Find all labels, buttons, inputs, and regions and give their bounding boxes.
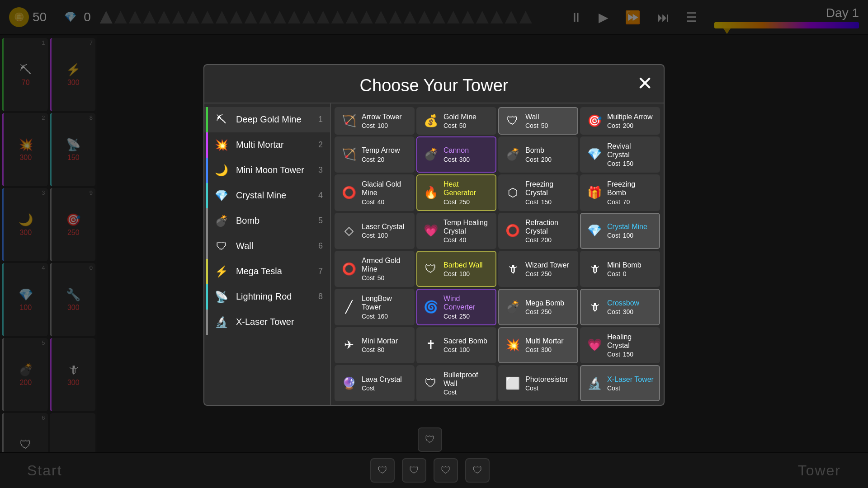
card-name: Multi Mortar — [525, 337, 572, 345]
tower-card-6[interactable]: 💣 Bomb Cost 200 — [498, 136, 578, 173]
tower-list-item-1[interactable]: 💥 Multi Mortar 2 — [204, 132, 330, 158]
tower-card-8[interactable]: ⭕ Glacial Gold Mine Cost 40 — [335, 174, 415, 211]
cost-label: Cost — [525, 346, 538, 353]
cost-value: 200 — [541, 236, 552, 244]
tower-card-4[interactable]: 🏹 Temp Arrow Cost 20 — [335, 136, 415, 173]
tower-card-23[interactable]: 🗡 Crossbow Cost 300 — [580, 289, 660, 325]
tower-card-5[interactable]: 💣 Cannon Cost 300 — [416, 136, 496, 173]
cost-label: Cost — [525, 308, 538, 315]
tower-card-20[interactable]: ╱ LongBow Tower Cost 160 — [335, 289, 415, 325]
cost-value: 250 — [541, 308, 552, 315]
tower-list-item-7[interactable]: 📡 Lightning Rod 8 — [204, 284, 330, 310]
tower-list-item-6[interactable]: ⚡ Mega Tesla 7 — [204, 259, 330, 284]
tower-card-14[interactable]: ⭕ Refraction Crystal Cost 200 — [498, 213, 578, 249]
cost-label: Cost — [525, 270, 538, 277]
card-cost-row: Cost 250 — [525, 270, 572, 277]
tower-card-22[interactable]: 💣 Mega Bomb Cost 250 — [498, 289, 578, 325]
tower-card-26[interactable]: 💥 Multi Mortar Cost 300 — [498, 327, 578, 363]
tower-list-item-0[interactable]: ⛏ Deep Gold Mine 1 — [204, 107, 330, 132]
card-info: Glacial Gold Mine Cost 40 — [362, 180, 408, 205]
cost-label: Cost — [607, 270, 620, 277]
list-item-num: 7 — [318, 267, 323, 276]
tower-card-18[interactable]: 🗡 Wizard Tower Cost 250 — [498, 251, 578, 287]
cost-label: Cost — [443, 389, 457, 396]
tower-list-item-5[interactable]: 🛡 Wall 6 — [204, 234, 330, 259]
list-item-icon: 🔬 — [213, 316, 230, 328]
cost-label: Cost — [607, 385, 620, 392]
card-info: X-Laser Tower Cost — [607, 375, 654, 392]
card-name: Cannon — [443, 146, 490, 155]
cost-value: 50 — [541, 122, 548, 129]
card-icon: ⬜ — [505, 376, 521, 390]
tower-card-17[interactable]: 🛡 Barbed Wall Cost 100 — [416, 251, 496, 287]
tower-card-1[interactable]: 💰 Gold Mine Cost 50 — [416, 107, 496, 135]
card-cost-row: Cost 250 — [525, 308, 572, 315]
card-cost-row: Cost 100 — [607, 232, 654, 239]
tower-card-27[interactable]: 💗 Healing Crystal Cost 150 — [580, 327, 660, 363]
cost-value: 70 — [623, 198, 630, 206]
tower-card-10[interactable]: ⬡ Freezing Crystal Cost 150 — [498, 174, 578, 211]
card-info: Crossbow Cost 300 — [607, 299, 654, 315]
tower-card-25[interactable]: ✝ Sacred Bomb Cost 100 — [416, 327, 496, 363]
tower-card-9[interactable]: 🔥 Heat Generator Cost 250 — [416, 174, 496, 211]
card-icon: 🗡 — [505, 262, 521, 276]
card-name: Wizard Tower — [525, 261, 572, 269]
cost-label: Cost — [525, 122, 538, 129]
card-info: Armed Gold Mine Cost 50 — [362, 256, 408, 282]
card-icon: ⬡ — [505, 186, 521, 200]
tower-card-3[interactable]: 🎯 Multiple Arrow Cost 200 — [580, 107, 660, 135]
tower-card-15[interactable]: 💎 Crystal Mine Cost 100 — [580, 213, 660, 249]
tower-card-31[interactable]: 🔬 X-Laser Tower Cost — [580, 365, 660, 401]
card-info: Mini Mortar Cost 80 — [362, 337, 408, 353]
tower-card-30[interactable]: ⬜ Photoresistor Cost — [498, 365, 578, 401]
card-icon: 💥 — [505, 338, 521, 352]
modal-header: Choose Your Tower ✕ — [204, 65, 664, 103]
card-cost-row: Cost 150 — [607, 160, 654, 167]
cost-value: 300 — [623, 308, 633, 315]
tower-list-item-2[interactable]: 🌙 Mini Moon Tower 3 — [204, 158, 330, 183]
tower-list-item-4[interactable]: 💣 Bomb 5 — [204, 208, 330, 234]
list-item-name: Multi Mortar — [236, 140, 312, 150]
cost-label: Cost — [443, 122, 457, 129]
tower-card-13[interactable]: 💗 Temp Healing Crystal Cost 40 — [416, 213, 496, 249]
tower-card-24[interactable]: ✈ Mini Mortar Cost 80 — [335, 327, 415, 363]
card-name: Mini Mortar — [362, 337, 408, 345]
cost-label: Cost — [443, 270, 457, 277]
modal-close-button[interactable]: ✕ — [637, 74, 653, 93]
cost-value: 100 — [377, 232, 388, 239]
tower-card-19[interactable]: 🗡 Mini Bomb Cost 0 — [580, 251, 660, 287]
card-icon: 💎 — [586, 224, 603, 238]
tower-card-29[interactable]: 🛡 Bulletproof Wall Cost — [416, 365, 496, 401]
card-cost-row: Cost 100 — [443, 270, 490, 277]
card-cost-row: Cost — [443, 389, 490, 396]
card-cost-row: Cost 50 — [362, 274, 408, 282]
tower-list-item-3[interactable]: 💎 Crystal Mine 4 — [204, 183, 330, 208]
tower-card-21[interactable]: 🌀 Wind Converter Cost 250 — [416, 289, 496, 325]
cost-value: 200 — [623, 122, 633, 129]
list-item-icon: 💎 — [213, 189, 230, 202]
tower-card-0[interactable]: 🏹 Arrow Tower Cost 100 — [335, 107, 415, 135]
list-item-num: 8 — [318, 292, 323, 301]
card-name: LongBow Tower — [362, 294, 408, 311]
tower-card-11[interactable]: 🎁 Freezing Bomb Cost 70 — [580, 174, 660, 211]
card-info: Laser Crystal Cost 100 — [362, 222, 408, 239]
tower-card-16[interactable]: ⭕ Armed Gold Mine Cost 50 — [335, 251, 415, 287]
tower-list-item-8[interactable]: 🔬 X-Laser Tower — [204, 310, 330, 335]
card-info: Revival Crystal Cost 150 — [607, 142, 654, 167]
card-cost-row: Cost — [607, 385, 654, 392]
tower-card-12[interactable]: ◇ Laser Crystal Cost 100 — [335, 213, 415, 249]
cost-label: Cost — [362, 313, 375, 320]
card-name: Mini Bomb — [607, 261, 654, 269]
item-border — [206, 208, 208, 234]
card-name: Freezing Bomb — [607, 180, 654, 197]
card-info: Bomb Cost 200 — [525, 146, 572, 163]
tower-card-7[interactable]: 💎 Revival Crystal Cost 150 — [580, 136, 660, 173]
card-info: Freezing Crystal Cost 150 — [525, 180, 572, 205]
tower-card-28[interactable]: 🔮 Lava Crystal Cost — [335, 365, 415, 401]
tower-card-2[interactable]: 🛡 Wall Cost 50 — [498, 107, 578, 135]
card-icon: 💗 — [423, 224, 439, 238]
cost-label: Cost — [443, 156, 457, 163]
cost-label: Cost — [525, 385, 538, 392]
cost-value: 300 — [459, 156, 470, 163]
cost-value: 250 — [541, 270, 552, 277]
